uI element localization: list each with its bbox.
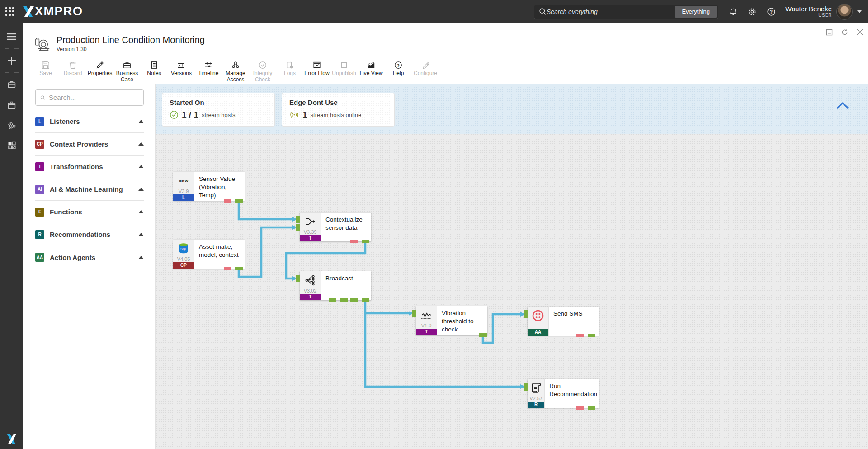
output-port[interactable] bbox=[235, 267, 243, 270]
node-broadcast[interactable]: V3.02 T Broadcast bbox=[300, 271, 371, 300]
palette-search[interactable] bbox=[35, 89, 144, 106]
node-contextualize[interactable]: V3.39 T Contextualize sensor data bbox=[300, 213, 371, 241]
output-port[interactable] bbox=[588, 406, 595, 410]
user-avatar[interactable] bbox=[836, 4, 853, 20]
category-action-agents[interactable]: AA Action Agents bbox=[35, 246, 144, 269]
notifications-bell-icon[interactable] bbox=[728, 7, 738, 17]
functions-badge-icon: F bbox=[35, 208, 44, 217]
transformations-badge-icon: T bbox=[35, 162, 44, 171]
output-port[interactable] bbox=[479, 333, 487, 337]
integrity-check-button: Integrity Check bbox=[249, 61, 276, 84]
node-asset-context[interactable]: SQL V4.05 CP Asset make, model, context bbox=[173, 240, 245, 269]
page-title: Production Line Condition Monitoring bbox=[57, 35, 205, 45]
agent-type-badge: AA bbox=[528, 329, 548, 336]
input-port[interactable] bbox=[296, 216, 300, 223]
integrations-gears-icon[interactable] bbox=[0, 117, 23, 133]
collapse-caret-icon[interactable] bbox=[138, 120, 144, 123]
category-ai-machine-learning[interactable]: AI AI & Machine Learning bbox=[35, 178, 144, 201]
collapse-caret-icon[interactable] bbox=[138, 142, 144, 146]
add-new-icon[interactable] bbox=[0, 52, 23, 69]
agent-type-badge: R bbox=[528, 402, 544, 408]
help-button[interactable]: ? Help bbox=[385, 61, 412, 84]
output-port[interactable] bbox=[340, 298, 348, 302]
properties-button[interactable]: Properties bbox=[86, 61, 113, 84]
settings-gear-icon[interactable] bbox=[747, 7, 757, 17]
node-send-sms[interactable]: AA Send SMS bbox=[528, 307, 599, 336]
agent-palette: L Listeners CP Context Providers T Trans… bbox=[23, 84, 156, 449]
error-port[interactable] bbox=[576, 334, 584, 337]
brand-text: XMPRO bbox=[35, 5, 83, 19]
menu-hamburger-icon[interactable] bbox=[0, 28, 23, 45]
category-listeners[interactable]: L Listeners bbox=[35, 110, 144, 133]
agent-type-badge: T bbox=[416, 329, 437, 335]
agent-type-badge: T bbox=[300, 294, 321, 300]
category-recommendations[interactable]: R Recommendations bbox=[35, 223, 144, 246]
input-port[interactable] bbox=[296, 224, 300, 231]
output-port[interactable] bbox=[235, 199, 243, 203]
category-transformations[interactable]: T Transformations bbox=[35, 156, 144, 178]
xmpro-footer-logo bbox=[0, 434, 23, 444]
stream-designer-canvas[interactable]: Started On 1 / 1 stream hosts Edge Dont … bbox=[156, 84, 868, 449]
output-port[interactable] bbox=[350, 298, 358, 302]
listeners-badge-icon: L bbox=[35, 117, 44, 126]
palette-search-input[interactable] bbox=[49, 94, 139, 101]
user-menu-caret-icon[interactable] bbox=[857, 10, 862, 13]
merge-join-icon bbox=[305, 214, 316, 229]
search-scope-button[interactable]: Everything bbox=[675, 6, 717, 18]
collapse-caret-icon[interactable] bbox=[138, 233, 144, 236]
sql-database-icon: SQL bbox=[179, 241, 189, 256]
user-role: USER bbox=[785, 13, 832, 18]
business-case-button[interactable]: Business Case bbox=[113, 61, 141, 84]
help-icon[interactable]: ? bbox=[766, 7, 776, 17]
manage-access-button[interactable]: Manage Access bbox=[222, 61, 249, 84]
error-flow-button[interactable]: Error Flow bbox=[303, 61, 330, 84]
category-functions[interactable]: F Functions bbox=[35, 201, 144, 223]
agent-type-badge: T bbox=[300, 235, 321, 241]
collapse-caret-icon[interactable] bbox=[138, 210, 144, 213]
versions-button[interactable]: Versions bbox=[168, 61, 195, 84]
output-port[interactable] bbox=[588, 334, 595, 337]
collapse-strip-chevron-icon[interactable] bbox=[836, 102, 849, 111]
error-port[interactable] bbox=[224, 199, 231, 203]
error-port[interactable] bbox=[576, 406, 584, 410]
recommendations-badge-icon: R bbox=[35, 230, 44, 239]
broadcast-fanout-icon bbox=[305, 273, 316, 288]
collapse-caret-icon[interactable] bbox=[138, 188, 144, 191]
xmpro-x-icon bbox=[23, 6, 34, 18]
timeline-button[interactable]: Timeline bbox=[195, 61, 222, 84]
input-port[interactable] bbox=[524, 310, 528, 318]
collapse-caret-icon[interactable] bbox=[138, 256, 144, 259]
global-search[interactable]: Everything bbox=[534, 5, 718, 19]
projects-briefcase-icon[interactable] bbox=[0, 76, 23, 93]
node-vibration-threshold[interactable]: V1.0 T Vibration threshold to check bbox=[416, 306, 487, 335]
error-port[interactable] bbox=[224, 267, 231, 270]
archive-box-icon[interactable] bbox=[0, 97, 23, 113]
output-port[interactable] bbox=[362, 298, 369, 302]
notes-button[interactable]: Notes bbox=[141, 61, 168, 84]
output-port[interactable] bbox=[329, 298, 336, 302]
category-context-providers[interactable]: CP Context Providers bbox=[35, 133, 144, 156]
node-sensor-value[interactable]: ⊲KW V3.9 L Sensor Value (Vibration, Temp… bbox=[173, 172, 245, 201]
stream-header: Production Line Condition Monitoring Ver… bbox=[23, 23, 868, 84]
output-port[interactable] bbox=[362, 240, 369, 243]
minimize-window-icon[interactable] bbox=[826, 28, 833, 36]
user-name: Wouter Beneke bbox=[785, 5, 832, 13]
error-port[interactable] bbox=[350, 240, 358, 243]
app-launcher-icon[interactable] bbox=[5, 7, 14, 16]
input-port[interactable] bbox=[412, 310, 416, 317]
ai-badge-icon: AI bbox=[35, 185, 44, 194]
live-view-button[interactable]: Live View bbox=[358, 61, 385, 84]
input-port[interactable] bbox=[296, 275, 300, 282]
close-icon[interactable] bbox=[856, 28, 863, 36]
user-menu[interactable]: Wouter Beneke USER bbox=[785, 5, 832, 18]
dashboard-grid-icon[interactable] bbox=[0, 137, 23, 153]
status-card-edge: Edge Dont Use 1 stream hosts online bbox=[282, 93, 395, 127]
input-port[interactable] bbox=[524, 383, 528, 391]
global-search-input[interactable] bbox=[547, 8, 675, 15]
app-sidebar bbox=[0, 23, 23, 449]
collapse-caret-icon[interactable] bbox=[138, 165, 144, 168]
node-run-recommendation[interactable]: V2.57 R Run Recommendation bbox=[528, 379, 599, 408]
action-agents-badge-icon: AA bbox=[35, 253, 44, 262]
refresh-icon[interactable] bbox=[841, 28, 848, 36]
sidebar-divider bbox=[5, 72, 19, 73]
